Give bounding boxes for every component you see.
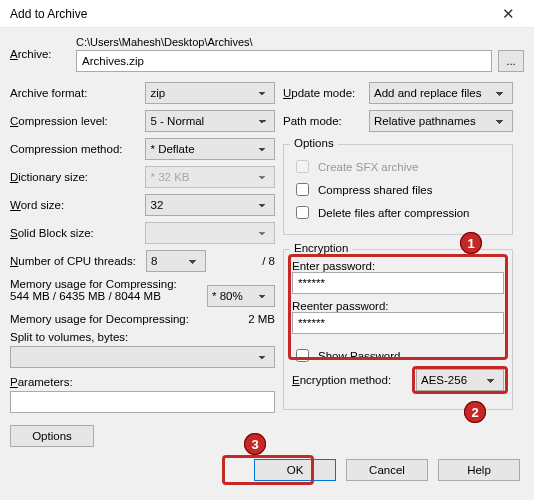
right-column: Update mode: Add and replace files Path … <box>283 82 513 447</box>
method-label: Compression method: <box>10 143 139 155</box>
cancel-button[interactable]: Cancel <box>346 459 428 481</box>
pw2-input[interactable] <box>292 312 504 334</box>
memc-label: Memory usage for Compressing: <box>10 278 201 290</box>
split-select[interactable] <box>10 346 275 368</box>
shared-checkbox[interactable] <box>296 183 309 196</box>
update-label: Update mode: <box>283 87 363 99</box>
threads-total: / 8 <box>212 255 275 267</box>
left-column: Archive format: zip Compression level: 5… <box>10 82 275 447</box>
word-select[interactable]: 32 <box>145 194 275 216</box>
format-label: Archive format: <box>10 87 139 99</box>
encm-label: Encryption method: <box>292 374 410 386</box>
memd-value: 2 MB <box>248 313 275 325</box>
encm-select[interactable]: AES-256 <box>416 369 504 391</box>
help-button[interactable]: Help <box>438 459 520 481</box>
archive-path-group: C:\Users\Mahesh\Desktop\Archives\ ... <box>76 36 524 72</box>
sfx-checkbox <box>296 160 309 173</box>
showpw-checkbox[interactable] <box>296 349 309 362</box>
block-label: Solid Block size: <box>10 227 139 239</box>
dialog-title: Add to Archive <box>10 7 488 21</box>
threads-label: Number of CPU threads: <box>10 255 140 267</box>
archive-row: Archive: C:\Users\Mahesh\Desktop\Archive… <box>10 36 524 72</box>
pw-input[interactable] <box>292 272 504 294</box>
close-icon[interactable]: ✕ <box>488 0 528 28</box>
annotation-marker-3: 3 <box>244 433 266 455</box>
showpw-label: Show Password <box>318 350 400 362</box>
annotation-marker-2: 2 <box>464 401 486 423</box>
dialog-window: Add to Archive ✕ Archive: C:\Users\Mahes… <box>0 0 534 500</box>
encryption-group: Encryption 1 Enter password: Reenter pas… <box>283 249 513 410</box>
delete-label: Delete files after compression <box>318 207 469 219</box>
dict-select: * 32 KB <box>145 166 275 188</box>
memc-select[interactable]: * 80% <box>207 285 275 307</box>
archive-label: Archive: <box>10 48 70 60</box>
params-input[interactable] <box>10 391 275 413</box>
pw-label: Enter password: <box>292 260 504 272</box>
options-button[interactable]: Options <box>10 425 94 447</box>
ok-button[interactable]: OK <box>254 459 336 481</box>
update-select[interactable]: Add and replace files <box>369 82 513 104</box>
threads-select[interactable]: 8 <box>146 250 206 272</box>
options-legend: Options <box>290 137 338 149</box>
memd-label: Memory usage for Decompressing: <box>10 313 242 325</box>
shared-check-row[interactable]: Compress shared files <box>292 180 504 199</box>
split-label: Split to volumes, bytes: <box>10 331 275 343</box>
encryption-legend: Encryption <box>290 242 352 254</box>
method-select[interactable]: * Deflate <box>145 138 275 160</box>
path-select[interactable]: Relative pathnames <box>369 110 513 132</box>
shared-label: Compress shared files <box>318 184 432 196</box>
path-label: Path mode: <box>283 115 363 127</box>
annotation-marker-1: 1 <box>460 232 482 254</box>
block-select <box>145 222 275 244</box>
footer: 3 OK Cancel Help <box>0 453 534 491</box>
level-label: Compression level: <box>10 115 139 127</box>
sfx-check-row: Create SFX archive <box>292 157 504 176</box>
level-select[interactable]: 5 - Normal <box>145 110 275 132</box>
delete-checkbox[interactable] <box>296 206 309 219</box>
showpw-row[interactable]: Show Password <box>292 346 504 365</box>
params-label: Parameters: <box>10 376 275 388</box>
archive-file-input[interactable] <box>76 50 492 72</box>
sfx-label: Create SFX archive <box>318 161 418 173</box>
archive-path: C:\Users\Mahesh\Desktop\Archives\ <box>76 36 524 48</box>
options-group: Options Create SFX archive Compress shar… <box>283 144 513 235</box>
titlebar: Add to Archive ✕ <box>0 0 534 28</box>
word-label: Word size: <box>10 199 139 211</box>
dict-label: Dictionary size: <box>10 171 139 183</box>
content-area: Archive: C:\Users\Mahesh\Desktop\Archive… <box>0 28 534 453</box>
format-select[interactable]: zip <box>145 82 275 104</box>
pw2-label: Reenter password: <box>292 300 504 312</box>
delete-check-row[interactable]: Delete files after compression <box>292 203 504 222</box>
memc-detail: 544 MB / 6435 MB / 8044 MB <box>10 290 201 302</box>
browse-button[interactable]: ... <box>498 50 524 72</box>
